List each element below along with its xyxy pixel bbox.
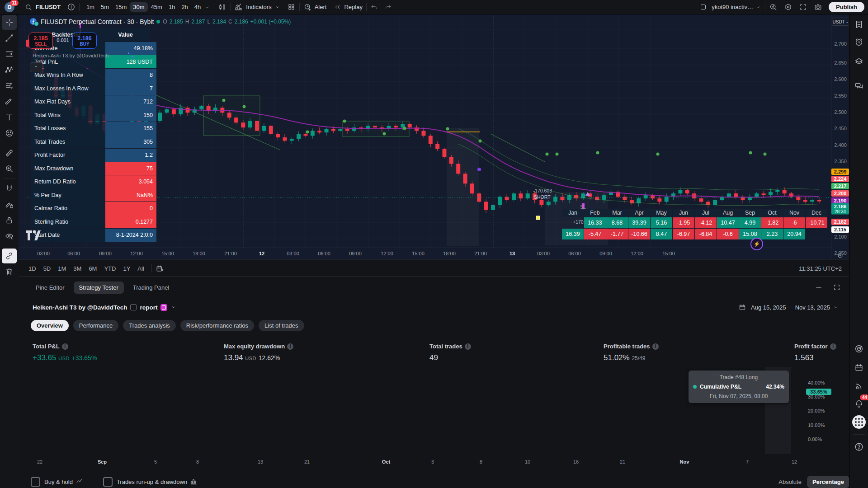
- range-YTD[interactable]: YTD: [100, 263, 119, 274]
- timeframe-1h[interactable]: 1h: [165, 2, 178, 12]
- range-All[interactable]: All: [134, 263, 147, 274]
- trend-line-tool[interactable]: [2, 31, 17, 46]
- price-scale-currency-button[interactable]: USDT⌄: [832, 18, 849, 26]
- object-tree-button[interactable]: [851, 54, 867, 69]
- buy-button[interactable]: 2.186BUY: [72, 33, 97, 49]
- apps-grid-button[interactable]: [851, 414, 867, 430]
- brush-tool[interactable]: [2, 94, 17, 109]
- info-icon[interactable]: i: [287, 343, 293, 350]
- layout-select-icon[interactable]: [699, 3, 707, 11]
- date-range-calendar-icon[interactable]: [738, 303, 746, 311]
- alert-button[interactable]: Alert: [303, 3, 327, 11]
- info-icon[interactable]: i: [830, 343, 836, 350]
- date-range[interactable]: Aug 15, 2025 — Nov 13, 2025: [751, 304, 830, 311]
- add-symbol-icon[interactable]: [67, 3, 75, 11]
- info-icon[interactable]: i: [465, 343, 471, 350]
- quick-search-icon[interactable]: [769, 3, 778, 11]
- clock[interactable]: 11:31:25 UTC+2: [799, 265, 842, 272]
- market-status-dot[interactable]: [156, 20, 160, 23]
- ruler-tool[interactable]: [2, 145, 17, 160]
- runup-drawdown-checkbox[interactable]: [103, 477, 113, 487]
- zoom-in-tool[interactable]: [2, 161, 17, 176]
- horizontal-lines-tool[interactable]: [2, 47, 17, 61]
- notifications-bell-button[interactable]: 44: [851, 396, 867, 412]
- range-1Y[interactable]: 1Y: [119, 263, 134, 274]
- info-icon[interactable]: i: [652, 343, 659, 350]
- forecast-tool[interactable]: [2, 78, 17, 93]
- emoji-tool[interactable]: [2, 126, 17, 141]
- screener-target-button[interactable]: [851, 341, 867, 357]
- tooltip-value: 42.34%: [766, 384, 784, 390]
- chat-button[interactable]: [851, 78, 867, 94]
- symbol-search-button[interactable]: FILUSDT: [24, 3, 61, 11]
- chart-title[interactable]: FILUSDT Perpetual Contract · 30 · Bybit: [41, 18, 154, 25]
- news-feed-button[interactable]: [851, 378, 867, 394]
- hide-all-tool[interactable]: [2, 229, 17, 244]
- range-1M[interactable]: 1M: [54, 263, 70, 274]
- range-5D[interactable]: 5D: [40, 263, 55, 274]
- view-trades-analysis[interactable]: Trades analysis: [123, 320, 176, 331]
- timeframe-2h[interactable]: 2h: [178, 2, 191, 12]
- timeframe-1m[interactable]: 1m: [83, 2, 98, 12]
- snapshot-camera-icon[interactable]: [814, 3, 822, 11]
- view-overview[interactable]: Overview: [31, 320, 69, 331]
- maximize-panel-icon[interactable]: [833, 283, 841, 291]
- sell-button[interactable]: 2.185SELL: [28, 33, 53, 49]
- report-chevron-icon[interactable]: [170, 304, 177, 310]
- boost-lightning-icon[interactable]: ⚡: [750, 238, 763, 250]
- tab-strategy-tester[interactable]: Strategy Tester: [74, 282, 124, 294]
- view-list-of-trades[interactable]: List of trades: [259, 320, 304, 331]
- layout-chevron-icon[interactable]: [755, 4, 761, 10]
- report-calendar-icon[interactable]: [160, 304, 167, 311]
- settings-icon[interactable]: [784, 3, 793, 11]
- range-3M[interactable]: 3M: [70, 263, 85, 274]
- layout-grid-icon[interactable]: [287, 3, 296, 11]
- timeframe-chevron-icon[interactable]: [204, 4, 210, 10]
- timeframe-5m[interactable]: 5m: [98, 2, 112, 12]
- strategy-info-icon[interactable]: [130, 304, 137, 310]
- alerts-clock-button[interactable]: [851, 35, 867, 50]
- view-risk-performance-ratios[interactable]: Risk/performance ratios: [180, 320, 254, 331]
- lock-all-tool[interactable]: [2, 213, 17, 228]
- minimize-panel-icon[interactable]: [815, 283, 823, 291]
- collapse-order-panel-button[interactable]: ⌃: [30, 62, 42, 72]
- buy-hold-checkbox[interactable]: [31, 477, 40, 487]
- publish-button[interactable]: Publish: [829, 2, 864, 12]
- indicator-legend[interactable]: Heiken-Ashi T3 by @DaviddTech: [33, 53, 109, 58]
- link-drawings-tool[interactable]: [2, 249, 17, 263]
- help-button[interactable]: [851, 439, 867, 455]
- layout-name[interactable]: ykot90 inactiv…: [712, 4, 753, 10]
- strategy-title[interactable]: Heiken-Ashi T3 by @DaviddTech: [33, 304, 127, 311]
- user-avatar[interactable]: D11: [5, 2, 14, 12]
- chart-style-icon[interactable]: [218, 3, 226, 11]
- indicators-button[interactable]: Indicators: [234, 3, 280, 11]
- range-1D[interactable]: 1D: [25, 263, 40, 274]
- fullscreen-icon[interactable]: [799, 3, 807, 11]
- tab-trading-panel[interactable]: Trading Panel: [127, 282, 175, 294]
- time-axis[interactable]: 03:0006:0009:0012:0015:0018:0021:001203:…: [19, 248, 849, 260]
- redo-icon[interactable]: [384, 3, 392, 11]
- price-scale[interactable]: USDT⌄ 2.7002.6502.6002.5502.5002.4502.40…: [831, 14, 849, 259]
- watchlist-button[interactable]: [851, 17, 867, 32]
- range-6M[interactable]: 6M: [85, 263, 100, 274]
- calendar-button[interactable]: [851, 360, 867, 375]
- xabcd-pattern-tool[interactable]: [2, 62, 17, 77]
- remove-drawings-tool[interactable]: [2, 264, 17, 279]
- go-to-date-icon[interactable]: [156, 264, 164, 273]
- date-range-chevron-icon[interactable]: [833, 304, 839, 310]
- percentage-mode-button[interactable]: Percentage: [807, 476, 849, 488]
- timeframe-30m[interactable]: 30m: [130, 2, 147, 12]
- magnet-tool[interactable]: [2, 181, 17, 196]
- tab-pine-editor[interactable]: Pine Editor: [30, 282, 70, 294]
- view-performance[interactable]: Performance: [73, 320, 118, 331]
- timeframe-45m[interactable]: 45m: [148, 2, 165, 12]
- absolute-mode-button[interactable]: Absolute: [773, 476, 807, 488]
- info-icon[interactable]: i: [62, 343, 68, 350]
- text-tool[interactable]: [2, 110, 17, 125]
- replay-button[interactable]: Replay: [334, 3, 362, 11]
- draw-lock-tool[interactable]: [2, 197, 17, 212]
- timeframe-4h[interactable]: 4h: [191, 2, 204, 12]
- timeframe-15m[interactable]: 15m: [112, 2, 130, 12]
- undo-icon[interactable]: [370, 3, 378, 11]
- crosshair-tool[interactable]: [2, 15, 17, 30]
